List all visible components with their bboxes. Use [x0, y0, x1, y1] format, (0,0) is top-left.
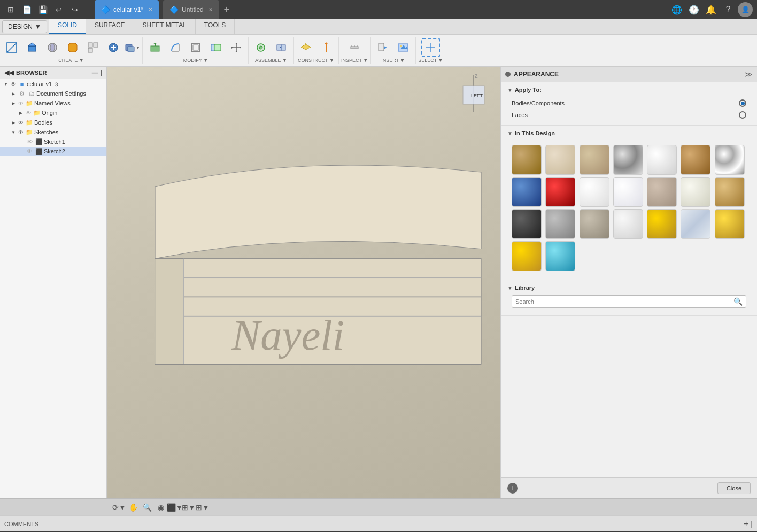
combine-btn[interactable] — [206, 38, 226, 57]
3d-viewport[interactable]: Nayeli LEFT Z — [107, 67, 500, 498]
help-icon[interactable]: ? — [721, 2, 736, 17]
tree-eye-named[interactable]: 👁 — [17, 99, 25, 107]
in-this-design-header[interactable]: ▼ In This Design — [507, 130, 751, 136]
tree-arrow-celular[interactable]: ▼ — [2, 80, 10, 88]
info-icon[interactable]: i — [507, 483, 518, 494]
file-icon[interactable]: 📄 — [20, 3, 33, 16]
tree-arrow-origin[interactable]: ▶ — [17, 109, 25, 117]
tree-item-sketches[interactable]: ▼ 👁 📁 Sketches — [0, 127, 106, 137]
user-avatar[interactable]: 👤 — [738, 2, 753, 17]
tree-item-sketch1[interactable]: 👁 ⬛ Sketch1 — [0, 137, 106, 147]
browser-collapse-icon[interactable]: | — [101, 69, 102, 76]
grid-btn[interactable]: ⊞▼ — [183, 502, 195, 513]
tree-arrow-doc[interactable]: ▶ — [10, 90, 17, 97]
press-pull-btn[interactable] — [145, 38, 165, 57]
bell-icon[interactable]: 🔔 — [704, 2, 719, 17]
save-icon[interactable]: 💾 — [36, 3, 49, 16]
redo-icon[interactable]: ↪ — [68, 3, 81, 16]
material-m21[interactable] — [715, 209, 745, 239]
material-m16[interactable] — [545, 209, 575, 239]
tree-arrow-bodies[interactable]: ▶ — [10, 119, 17, 126]
material-m4[interactable] — [613, 145, 643, 175]
tab-close-untitled[interactable]: × — [209, 6, 213, 13]
clock-icon[interactable]: 🕐 — [686, 2, 701, 17]
extrude-btn[interactable] — [22, 38, 42, 57]
material-m9[interactable] — [545, 177, 575, 207]
tab-solid[interactable]: SOLID — [49, 19, 86, 34]
app-grid-icon[interactable]: ⊞ — [4, 3, 17, 16]
material-m14[interactable] — [715, 177, 745, 207]
zoom-btn[interactable]: 🔍 — [141, 502, 153, 513]
tree-item-doc-settings[interactable]: ▶ ⚙ 🗂 Document Settings — [0, 89, 106, 98]
display-mode-btn[interactable]: ⬛▼ — [169, 502, 181, 513]
axis-btn[interactable] — [316, 38, 336, 57]
tree-item-bodies[interactable]: ▶ 👁 📁 Bodies — [0, 118, 106, 127]
bodies-radio[interactable] — [739, 99, 746, 107]
tree-item-origin[interactable]: ▶ 👁 📁 Origin — [0, 108, 106, 118]
new-tab-button[interactable]: + — [219, 2, 234, 17]
tree-item-sketch2[interactable]: 👁 ⬛ Sketch2 — [0, 147, 106, 156]
globe-icon[interactable]: 🌐 — [669, 2, 684, 17]
rigid-group-btn[interactable] — [272, 38, 291, 57]
material-m19[interactable] — [647, 209, 677, 239]
search-input[interactable] — [515, 298, 733, 305]
library-header[interactable]: ▼ Library — [507, 284, 751, 291]
browser-back-icon[interactable]: ◀◀ — [4, 69, 14, 76]
tree-item-named-views[interactable]: ▶ 👁 📁 Named Views — [0, 98, 106, 108]
comments-collapse-btn[interactable]: | — [751, 520, 753, 528]
shell-btn[interactable] — [186, 38, 205, 57]
tab-tools[interactable]: TOOLS — [196, 19, 235, 34]
offset-plane-btn[interactable] — [296, 38, 315, 57]
measure-btn[interactable] — [345, 38, 364, 57]
joint-btn[interactable] — [251, 38, 271, 57]
select-btn[interactable] — [421, 38, 440, 57]
look-at-btn[interactable]: ◉ — [155, 502, 167, 513]
fillet2-btn[interactable] — [166, 38, 185, 57]
tab-surface[interactable]: SURFACE — [86, 19, 134, 34]
material-m8[interactable]: Glass (Blue) — [512, 177, 542, 207]
tree-item-celular[interactable]: ▼ 👁 ■ celular v1 ⊙ — [0, 79, 106, 89]
scale-btn[interactable] — [227, 38, 246, 57]
insert-derive-btn[interactable] — [373, 38, 392, 57]
view-cube[interactable]: LEFT Z — [452, 72, 495, 115]
tab-untitled[interactable]: 🔷 Untitled × — [163, 0, 219, 19]
material-m22[interactable] — [512, 241, 542, 271]
material-m13[interactable] — [681, 177, 710, 207]
tab-sheet-metal[interactable]: SHEET METAL — [134, 19, 196, 34]
material-m18[interactable] — [613, 209, 643, 239]
fillet-btn[interactable] — [63, 38, 82, 57]
material-m15[interactable] — [512, 209, 542, 239]
more-create-btn[interactable] — [104, 38, 123, 57]
view-options-btn[interactable]: ⊞▼ — [197, 502, 208, 513]
tree-eye-celular[interactable]: 👁 — [10, 80, 17, 88]
tree-arrow-named[interactable]: ▶ — [10, 99, 17, 107]
material-m10[interactable] — [580, 177, 609, 207]
material-m12[interactable] — [647, 177, 677, 207]
apply-to-header[interactable]: ▼ Apply To: — [507, 87, 751, 93]
browser-pin-icon[interactable]: — — [92, 69, 98, 76]
create-sketch-btn[interactable] — [2, 38, 21, 57]
material-m3[interactable] — [580, 145, 609, 175]
material-m6[interactable] — [681, 145, 710, 175]
material-m7[interactable] — [715, 145, 745, 175]
faces-radio[interactable] — [739, 111, 746, 119]
panel-expand-icon[interactable]: ≫ — [745, 70, 753, 79]
material-m1[interactable] — [512, 145, 542, 175]
orbit-btn[interactable]: ⟳▼ — [113, 502, 125, 513]
create-with-arrow[interactable]: ▼ — [124, 42, 140, 53]
undo-icon[interactable]: ↩ — [52, 3, 65, 16]
tree-eye-sketches[interactable]: 👁 — [17, 128, 25, 136]
pattern-btn[interactable] — [83, 38, 103, 57]
add-comment-btn[interactable]: + — [744, 519, 748, 529]
tree-arrow-sketches[interactable]: ▼ — [10, 128, 17, 136]
pan-btn[interactable]: ✋ — [127, 502, 139, 513]
material-m23[interactable] — [545, 241, 575, 271]
material-m2[interactable] — [545, 145, 575, 175]
tab-close-celular[interactable]: × — [149, 6, 152, 13]
material-m5[interactable] — [647, 145, 677, 175]
material-m20[interactable] — [681, 209, 710, 239]
tree-eye-origin[interactable]: 👁 — [25, 109, 32, 117]
tab-celular[interactable]: 🔷 celular v1* × — [95, 0, 159, 19]
tree-eye-bodies[interactable]: 👁 — [17, 119, 25, 126]
material-m11[interactable] — [613, 177, 643, 207]
